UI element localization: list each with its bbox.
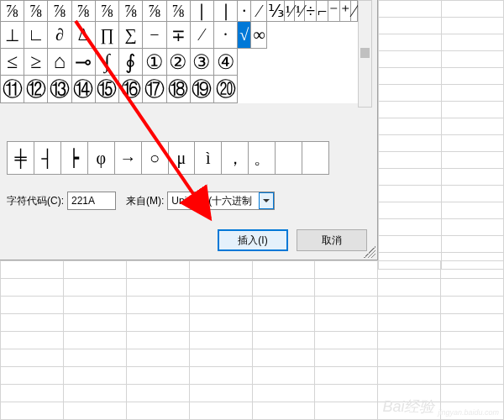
char-code-input[interactable] [67, 192, 116, 210]
recent-symbol-cell[interactable]: φ [87, 142, 114, 175]
symbol-cell[interactable]: ⑪ [1, 76, 24, 103]
symbol-cell[interactable]: ⅞ [1, 1, 24, 22]
symbol-cell[interactable]: ≥ [24, 49, 48, 76]
symbol-dialog: ⅞⅞⅞⅞⅞⅞⅞⅞∣∣·∕⅓¹⁄¹⁄÷⌐⁻⁺∕ ⊥∟∂Δ∏∑−∓∕·√∞ ≤≥⌂⊸… [0, 0, 378, 260]
symbol-grid-scrollbar[interactable] [358, 0, 372, 108]
symbol-cell[interactable]: · [238, 1, 251, 22]
symbol-cell[interactable]: √ [238, 22, 251, 49]
symbol-cell[interactable]: ∣ [190, 1, 213, 22]
symbol-cell[interactable]: ⑰ [143, 76, 166, 103]
symbol-cell[interactable]: ¹⁄ [284, 1, 294, 22]
symbol-cell[interactable]: ③ [190, 49, 213, 76]
symbol-grid: ⅞⅞⅞⅞⅞⅞⅞⅞∣∣·∕⅓¹⁄¹⁄÷⌐⁻⁺∕ ⊥∟∂Δ∏∑−∓∕·√∞ ≤≥⌂⊸… [0, 0, 358, 103]
symbol-cell[interactable]: ⁻ [328, 1, 339, 22]
cancel-button[interactable]: 取消 [297, 229, 367, 251]
symbol-cell[interactable]: ∕ [251, 1, 267, 22]
symbol-cell[interactable]: ⑮ [95, 76, 118, 103]
symbol-cell[interactable]: ⑯ [119, 76, 143, 103]
insert-button[interactable]: 插入(I) [218, 229, 288, 251]
spreadsheet-right[interactable] [378, 0, 504, 270]
symbol-cell[interactable]: ⌂ [48, 49, 71, 76]
watermark-text: Bai经验 [382, 396, 434, 417]
symbol-cell[interactable]: ≤ [1, 49, 24, 76]
symbol-cell[interactable]: ⑭ [71, 76, 95, 103]
symbol-cell[interactable]: ⅞ [24, 1, 48, 22]
recent-symbol-cell[interactable] [276, 142, 302, 175]
symbol-cell[interactable]: ÷ [305, 1, 317, 22]
symbol-cell[interactable]: ⁺ [339, 1, 351, 22]
chevron-down-icon[interactable] [259, 192, 274, 209]
resize-grip-icon[interactable] [364, 246, 375, 258]
symbol-cell[interactable]: ⌐ [317, 1, 328, 22]
symbol-cell[interactable]: ⅞ [166, 1, 190, 22]
symbol-cell[interactable]: ⑬ [48, 76, 71, 103]
symbol-cell[interactable]: ∕ [351, 1, 358, 22]
recent-symbol-cell[interactable]: → [114, 142, 141, 175]
symbol-cell[interactable]: ∕ [190, 22, 213, 49]
recent-symbol-cell[interactable]: ┝ [60, 142, 87, 175]
symbol-cell[interactable]: ⑫ [24, 76, 48, 103]
from-label: 来自(M): [126, 194, 164, 208]
recent-symbol-cell[interactable]: μ [168, 142, 195, 175]
symbol-cell[interactable]: ① [143, 49, 166, 76]
symbol-cell[interactable]: ∞ [251, 22, 267, 49]
symbol-cell[interactable]: ∫ [95, 49, 118, 76]
recent-symbol-cell[interactable]: ì [195, 142, 222, 175]
recent-symbol-cell[interactable]: ○ [141, 142, 168, 175]
from-dropdown[interactable]: Unicode(十六进制 [167, 192, 275, 210]
symbol-cell[interactable]: ⑲ [190, 76, 213, 103]
symbol-cell[interactable]: ∟ [24, 22, 48, 49]
recent-symbol-cell[interactable]: 。 [249, 142, 276, 175]
symbol-cell[interactable]: ⅞ [71, 1, 95, 22]
symbol-cell[interactable]: ⅞ [48, 1, 71, 22]
symbol-cell[interactable]: ⅞ [95, 1, 118, 22]
symbol-cell[interactable]: ∂ [48, 22, 71, 49]
symbol-cell[interactable]: ⑱ [166, 76, 190, 103]
symbol-cell[interactable]: ∓ [166, 22, 190, 49]
from-dropdown-value: Unicode(十六进制 [168, 194, 255, 208]
code-row: 字符代码(C): 来自(M): Unicode(十六进制 [7, 192, 368, 210]
recent-symbol-cell[interactable]: ┤ [34, 142, 60, 175]
scrollbar-thumb[interactable] [360, 48, 370, 58]
symbol-cell[interactable]: ∮ [119, 49, 143, 76]
recent-symbol-cell[interactable]: ， [222, 142, 249, 175]
symbol-cell[interactable]: ④ [213, 49, 237, 76]
symbol-cell[interactable]: · [213, 22, 237, 49]
watermark: Bai经验 jingyan.baidu.com [382, 396, 499, 417]
symbol-cell[interactable]: ⑳ [213, 76, 237, 103]
symbol-cell[interactable]: ② [166, 49, 190, 76]
symbol-cell[interactable]: ∣ [213, 1, 237, 22]
symbol-cell[interactable]: ⊥ [1, 22, 24, 49]
recent-symbol-cell[interactable] [302, 142, 329, 175]
recent-symbols-strip: ╪┤┝φ→○μì，。 [7, 141, 329, 175]
watermark-sub: jingyan.baidu.com [438, 408, 499, 417]
symbol-cell[interactable]: ∑ [119, 22, 143, 49]
symbol-cell[interactable]: ∏ [95, 22, 118, 49]
symbol-cell[interactable]: ⅞ [119, 1, 143, 22]
char-code-label: 字符代码(C): [7, 194, 64, 208]
symbol-cell[interactable]: − [143, 22, 166, 49]
symbol-cell[interactable]: ⅓ [267, 1, 284, 22]
symbol-cell[interactable]: ⅞ [143, 1, 166, 22]
symbol-cell[interactable]: ¹⁄ [295, 1, 305, 22]
recent-symbol-cell[interactable]: ╪ [8, 142, 34, 175]
symbol-cell[interactable]: ⊸ [71, 49, 95, 76]
symbol-cell[interactable]: Δ [71, 22, 95, 49]
dialog-button-row: 插入(I) 取消 [218, 229, 367, 251]
